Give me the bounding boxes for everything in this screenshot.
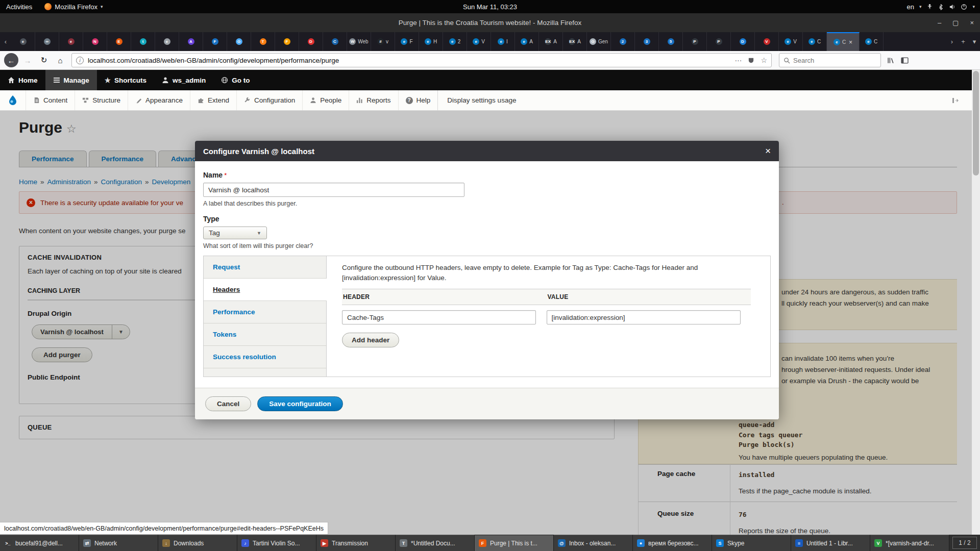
browser-tab[interactable]: 5: [659, 32, 683, 51]
page-actions-icon[interactable]: ···: [734, 56, 742, 64]
tab-scroll-right-icon[interactable]: ›: [946, 32, 958, 51]
add-header-button[interactable]: Add header: [342, 333, 399, 347]
browser-tab[interactable]: E: [107, 32, 131, 51]
minimize-button[interactable]: –: [938, 19, 941, 27]
toolbar-item-shortcuts[interactable]: ★ Shortcuts: [97, 70, 154, 90]
browser-tab[interactable]: F: [275, 32, 299, 51]
menu-item-people[interactable]: People: [302, 90, 349, 110]
reload-button[interactable]: ↻: [37, 53, 51, 67]
sidebar-toggle-icon[interactable]: [901, 57, 909, 64]
toolbar-item-manage[interactable]: Manage: [45, 70, 97, 90]
taskbar-window-button[interactable]: ≡Untitled 1 - Libr...: [791, 535, 870, 551]
maximize-button[interactable]: ▢: [952, 19, 959, 27]
close-button[interactable]: ×: [970, 19, 974, 27]
vtab-tokens[interactable]: Tokens: [204, 323, 326, 346]
power-icon[interactable]: [961, 4, 967, 10]
menu-item-display-settings-usage[interactable]: Display settings usage: [437, 90, 525, 110]
dialog-close-icon[interactable]: ×: [765, 145, 771, 157]
taskbar-window-button[interactable]: SSkype: [712, 535, 791, 551]
browser-tab[interactable]: P: [683, 32, 707, 51]
forward-button[interactable]: →: [20, 53, 35, 67]
browser-tab[interactable]: 3: [635, 32, 659, 51]
browser-tab[interactable]: GGen: [587, 32, 611, 51]
value-input[interactable]: [547, 310, 741, 324]
menu-item-help[interactable]: ? Help: [398, 90, 438, 110]
browser-tab[interactable]: t: [131, 32, 155, 51]
browser-tab[interactable]: eC: [860, 32, 884, 51]
language-indicator[interactable]: en: [906, 3, 914, 11]
browser-tab[interactable]: 2: [611, 32, 635, 51]
new-tab-button[interactable]: +: [958, 32, 969, 51]
taskbar-window-button[interactable]: @Inbox - oleksan...: [554, 535, 633, 551]
browser-tab[interactable]: eF: [395, 32, 419, 51]
search-input[interactable]: [793, 57, 870, 64]
accessibility-icon[interactable]: [926, 4, 933, 10]
browser-tab[interactable]: V: [755, 32, 779, 51]
browser-tab[interactable]: e: [155, 32, 179, 51]
menu-item-structure[interactable]: Structure: [75, 90, 128, 110]
browser-tab[interactable]: T: [251, 32, 275, 51]
toolbar-item-home[interactable]: Home: [0, 70, 45, 90]
dialog-titlebar[interactable]: Configure Varnish @ localhost ×: [195, 141, 779, 161]
volume-icon[interactable]: [949, 4, 955, 10]
taskbar-window-button[interactable]: ↓Downloads: [158, 535, 237, 551]
browser-tab[interactable]: EXA: [563, 32, 587, 51]
browser-tab[interactable]: G: [227, 32, 251, 51]
toolbar-item-goto[interactable]: Go to: [213, 70, 257, 90]
header-input[interactable]: [342, 310, 536, 324]
back-button[interactable]: ←: [4, 53, 18, 67]
system-status-area[interactable]: en ▾ ▾: [906, 3, 980, 11]
taskbar-window-button[interactable]: ♪Tartini Violin So...: [237, 535, 316, 551]
browser-tab[interactable]: e: [59, 32, 83, 51]
tab-list-dropdown-icon[interactable]: ▾: [969, 32, 980, 51]
name-input[interactable]: [203, 183, 464, 197]
url-text[interactable]: localhost.com/croatiad8/web/en-GB/admin/…: [88, 57, 728, 64]
url-bar[interactable]: i localhost.com/croatiad8/web/en-GB/admi…: [71, 53, 772, 67]
bookmark-star-icon[interactable]: ☆: [761, 56, 767, 64]
search-bar[interactable]: [779, 53, 881, 67]
home-button[interactable]: ⌂: [53, 53, 67, 67]
vtab-success-resolution[interactable]: Success resolution: [204, 346, 326, 368]
vtab-headers[interactable]: Headers: [204, 279, 327, 301]
browser-tab[interactable]: eV: [467, 32, 491, 51]
app-menu[interactable]: Mozilla Firefox ▾: [38, 0, 109, 13]
taskbar-window-button[interactable]: V*[varnish-and-dr...: [870, 535, 949, 551]
browser-tab[interactable]: WWeb: [347, 32, 371, 51]
browser-tab[interactable]: P: [707, 32, 731, 51]
workspace-switcher[interactable]: 1 / 2: [952, 537, 977, 549]
browser-tab[interactable]: #v: [371, 32, 395, 51]
save-configuration-button[interactable]: Save configuration: [257, 396, 343, 411]
vertical-scrollbar[interactable]: [972, 70, 980, 535]
browser-tab[interactable]: C: [323, 32, 347, 51]
browser-tab[interactable]: eA: [515, 32, 539, 51]
menu-item-configuration[interactable]: Configuration: [236, 90, 302, 110]
scrollbar-thumb[interactable]: [973, 71, 979, 176]
taskbar-window-button[interactable]: ⇄Network: [79, 535, 158, 551]
toolbar-item-user[interactable]: ws_admin: [154, 70, 213, 90]
pocket-icon[interactable]: [748, 57, 754, 64]
bluetooth-icon[interactable]: [938, 4, 944, 10]
browser-tab[interactable]: eV: [779, 32, 803, 51]
menu-item-content[interactable]: Content: [26, 90, 75, 110]
vtab-performance[interactable]: Performance: [204, 301, 326, 323]
vtab-request[interactable]: Request: [204, 256, 326, 279]
browser-tab[interactable]: eH: [419, 32, 443, 51]
browser-tab[interactable]: eI: [491, 32, 515, 51]
browser-tab[interactable]: EXA: [539, 32, 563, 51]
menu-item-reports[interactable]: Reports: [349, 90, 398, 110]
drupal-logo[interactable]: [0, 90, 26, 110]
taskbar-window-button[interactable]: FPurge | This is t...: [475, 535, 554, 551]
browser-tab[interactable]: eC×: [827, 32, 860, 51]
toolbar-orientation-toggle-icon[interactable]: [951, 90, 959, 111]
type-select[interactable]: Tag ▼: [203, 227, 267, 239]
library-icon[interactable]: [887, 57, 895, 64]
activities-button[interactable]: Activities: [0, 0, 38, 13]
clock[interactable]: Sun Mar 11, 03:23: [457, 0, 523, 13]
browser-tab[interactable]: ∞: [35, 32, 59, 51]
taskbar-window-button[interactable]: ▶Transmission: [316, 535, 396, 551]
taskbar-window-button[interactable]: >_bucefal91@dell...: [0, 535, 79, 551]
site-info-icon[interactable]: i: [76, 57, 84, 64]
tab-close-icon[interactable]: ×: [849, 39, 852, 46]
cancel-button[interactable]: Cancel: [205, 396, 251, 411]
browser-tab[interactable]: A: [179, 32, 203, 51]
